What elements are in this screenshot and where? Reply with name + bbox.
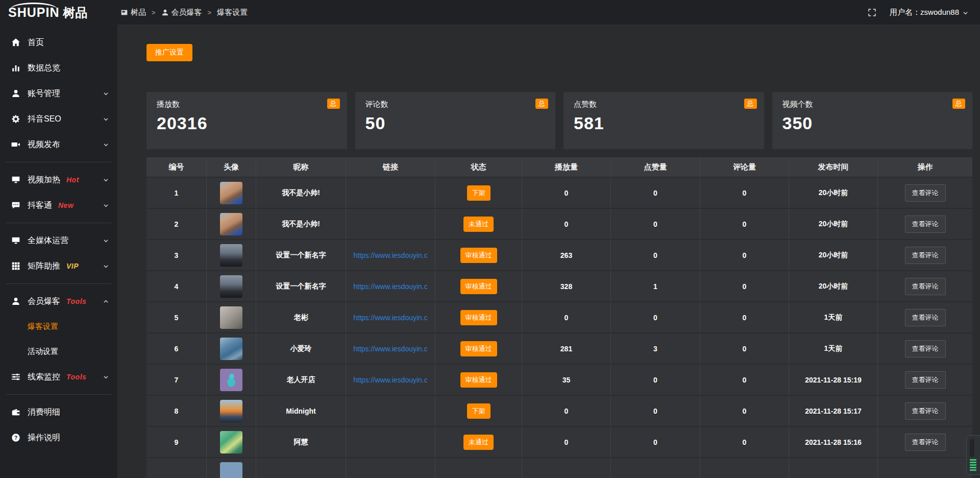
row-id: 7: [146, 365, 206, 395]
sidebar-item[interactable]: 会员爆客Tools: [0, 289, 117, 314]
view-comments-button[interactable]: 查看评论: [905, 434, 946, 451]
sidebar-item[interactable]: 视频加热Hot: [0, 167, 117, 193]
sidebar-divider: [6, 162, 111, 162]
plays-count: 328: [522, 271, 610, 301]
video-link[interactable]: https://www.iesdouyin.c: [353, 251, 428, 259]
view-comments-button[interactable]: 查看评论: [905, 340, 946, 357]
home-icon: [11, 38, 20, 47]
sidebar-item[interactable]: 视频发布: [0, 132, 117, 157]
chevron-down-icon: [103, 237, 109, 244]
sidebar-item[interactable]: 全媒体运营: [0, 228, 117, 253]
comments-count: 0: [700, 209, 789, 239]
comments-count: [700, 458, 789, 478]
sidebar-subitem[interactable]: 爆客设置: [0, 314, 117, 339]
wallet-icon: [11, 408, 20, 417]
publish-time: [789, 458, 877, 478]
sidebar-item[interactable]: ?操作说明: [0, 425, 117, 450]
sidebar-item[interactable]: 消费明细: [0, 399, 117, 425]
sidebar-item[interactable]: 数据总览: [0, 55, 117, 81]
sidebar-item-label: 线索监控: [28, 372, 60, 383]
view-comments-button[interactable]: 查看评论: [905, 278, 946, 295]
breadcrumb: 树品>会员爆客>爆客设置: [120, 8, 248, 17]
stat-value: 581: [574, 113, 754, 133]
stat-card: 评论数总50: [355, 92, 556, 149]
sidebar-item[interactable]: 账号管理: [0, 81, 117, 106]
table-header-cell: 头像: [206, 157, 256, 177]
promotion-settings-button[interactable]: 推广设置: [146, 44, 192, 61]
username-dropdown[interactable]: 用户名：zswodun88: [890, 8, 969, 17]
view-comments-button[interactable]: 查看评论: [905, 184, 946, 202]
breadcrumb-item[interactable]: 会员爆客: [161, 8, 202, 17]
sidebar-item[interactable]: 抖客通New: [0, 193, 117, 218]
view-comments-button[interactable]: 查看评论: [905, 216, 946, 233]
view-comments-button[interactable]: 查看评论: [905, 371, 946, 389]
sliders-icon: [11, 372, 20, 381]
avatar: [220, 431, 242, 453]
sidebar-item[interactable]: 抖音SEO: [0, 106, 117, 132]
table-row: 9阿慧未通过0002021-11-28 15:16查看评论: [146, 427, 972, 458]
chevron-down-icon: [103, 90, 109, 97]
comments-count: 0: [700, 302, 789, 332]
breadcrumb-item[interactable]: 爆客设置: [217, 8, 248, 17]
row-id: 8: [146, 396, 206, 426]
table-header-cell: 链接: [346, 157, 435, 177]
likes-count: 0: [610, 427, 700, 457]
grid-icon: [11, 261, 20, 271]
total-badge: 总: [535, 99, 548, 109]
view-comments-button[interactable]: 查看评论: [905, 402, 946, 420]
logo-text-en: SHUPIN: [8, 6, 59, 19]
view-comments-button[interactable]: 查看评论: [905, 309, 946, 326]
plays-count: 0: [522, 427, 610, 457]
stat-card: 点赞数总581: [564, 92, 764, 149]
floating-widget[interactable]: [966, 435, 980, 475]
widget-slot: [970, 439, 974, 457]
breadcrumb-separator: >: [208, 9, 212, 16]
breadcrumb-label: 树品: [131, 8, 146, 17]
status-badge: 未通过: [463, 217, 494, 232]
fullscreen-icon[interactable]: [868, 8, 876, 17]
table-header-cell: 评论量: [700, 157, 789, 177]
bar-chart-icon: [11, 63, 20, 73]
sidebar-item-label: 全媒体运营: [28, 235, 68, 246]
video-link[interactable]: https://www.iesdouyin.c: [353, 314, 428, 322]
sidebar-item-badge: Hot: [66, 176, 79, 184]
status-badge: 审核通过: [460, 310, 497, 325]
app-logo[interactable]: SHUPIN 树品: [0, 6, 117, 19]
view-comments-button[interactable]: 查看评论: [905, 247, 946, 264]
chevron-down-icon: [103, 177, 109, 183]
plays-count: 0: [522, 209, 610, 239]
table-row: [146, 458, 972, 478]
breadcrumb-separator: >: [152, 9, 156, 16]
publish-time: 2021-11-28 15:17: [789, 396, 877, 426]
plays-count: [522, 458, 610, 478]
sidebar-item[interactable]: 首页: [0, 30, 117, 55]
comments-count: 0: [700, 396, 789, 426]
plays-count: 0: [522, 178, 610, 208]
sidebar-divider: [6, 283, 111, 284]
table-row: 4设置一个新名字https://www.iesdouyin.c审核通过32810…: [146, 271, 972, 302]
publish-time: 1天前: [789, 333, 877, 364]
sidebar-item[interactable]: 线索监控Tools: [0, 364, 117, 390]
likes-count: [610, 458, 700, 478]
sidebar-item-label: 抖音SEO: [28, 114, 61, 125]
video-link[interactable]: https://www.iesdouyin.c: [353, 345, 428, 353]
chat-icon: [11, 201, 20, 210]
publish-time: 20小时前: [789, 178, 877, 208]
chevron-down-icon: [103, 141, 109, 148]
publish-time: 1天前: [789, 302, 877, 332]
sidebar-item-label: 矩阵助推: [28, 261, 60, 272]
likes-count: 3: [610, 333, 700, 364]
sidebar: 首页数据总览账号管理抖音SEO视频发布视频加热Hot抖客通New全媒体运营矩阵助…: [0, 25, 117, 478]
row-id: 2: [146, 209, 206, 239]
sidebar-item-label: 视频加热: [28, 175, 60, 185]
sidebar-subitem[interactable]: 活动设置: [0, 339, 117, 364]
sidebar-item-badge: VIP: [66, 262, 79, 270]
video-link[interactable]: https://www.iesdouyin.c: [353, 282, 428, 291]
avatar: [220, 462, 242, 478]
sidebar-item-label: 操作说明: [28, 433, 60, 443]
nickname: 小爱玲: [256, 333, 346, 364]
sidebar-item[interactable]: 矩阵助推VIP: [0, 253, 117, 279]
video-link[interactable]: https://www.iesdouyin.c: [353, 376, 428, 384]
breadcrumb-item[interactable]: 树品: [120, 8, 146, 17]
main-content: 推广设置 播放数总20316评论数总50点赞数总581视频个数总350 编号头像…: [117, 0, 980, 478]
